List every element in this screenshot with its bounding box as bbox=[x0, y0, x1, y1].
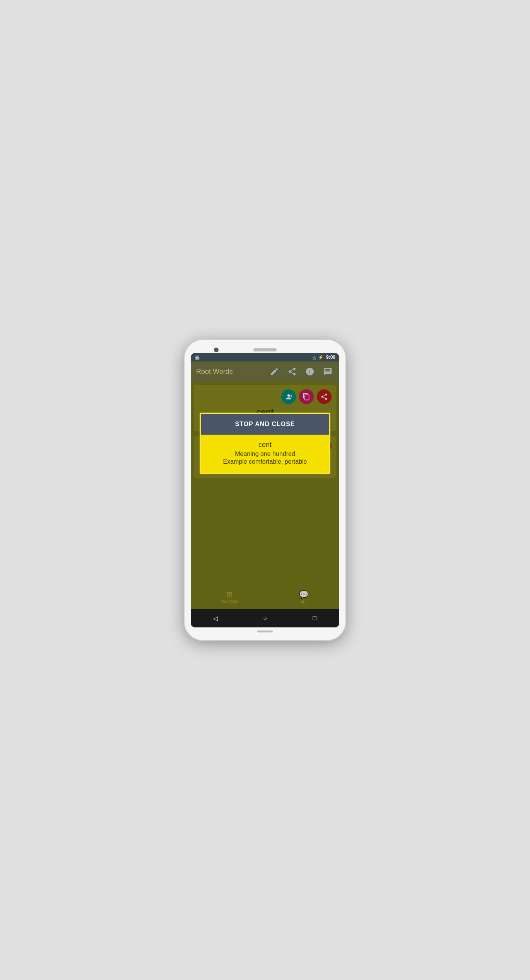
edit-toolbar-button[interactable] bbox=[268, 365, 280, 378]
message-icon bbox=[323, 367, 332, 376]
popup-word: cent bbox=[209, 441, 321, 449]
android-nav-bar: ◁ ○ □ bbox=[191, 609, 339, 627]
popup-content: cent Meaning one hundred Example comfort… bbox=[201, 435, 329, 473]
message-toolbar-button[interactable] bbox=[321, 365, 334, 378]
app-title: Root Words bbox=[196, 368, 263, 376]
phone-screen: 🤖 △ ⚡ 9:00 Root Words bbox=[191, 353, 339, 627]
popup-box: STOP AND CLOSE cent Meaning one hundred … bbox=[200, 413, 330, 474]
battery-icon: ⚡ bbox=[318, 355, 324, 360]
info-icon bbox=[305, 367, 315, 376]
android-icon: 🤖 bbox=[195, 355, 200, 360]
popup-example: Example comfortable, portable bbox=[209, 458, 321, 465]
app-content: cent Meaning STOP AND CLOSE cent Meaning… bbox=[191, 382, 339, 609]
popup-overlay: STOP AND CLOSE cent Meaning one hundred … bbox=[191, 382, 339, 609]
phone-top-bar bbox=[191, 346, 339, 353]
phone-device: 🤖 △ ⚡ 9:00 Root Words bbox=[184, 339, 346, 641]
edit-icon bbox=[270, 367, 279, 376]
recent-apps-button[interactable]: □ bbox=[309, 613, 320, 624]
status-bar: 🤖 △ ⚡ 9:00 bbox=[191, 353, 339, 362]
back-button[interactable]: ◁ bbox=[210, 613, 221, 624]
back-icon: ◁ bbox=[213, 615, 218, 622]
status-time: 9:00 bbox=[326, 355, 335, 360]
phone-home-indicator bbox=[257, 630, 273, 632]
stop-and-close-button[interactable]: STOP AND CLOSE bbox=[201, 414, 329, 435]
app-toolbar: Root Words bbox=[191, 362, 339, 382]
recent-icon: □ bbox=[313, 615, 316, 622]
phone-speaker bbox=[253, 348, 277, 351]
home-icon: ○ bbox=[263, 615, 267, 622]
home-button[interactable]: ○ bbox=[260, 613, 270, 624]
info-toolbar-button[interactable] bbox=[304, 365, 316, 378]
share-icon bbox=[287, 367, 297, 376]
phone-camera bbox=[214, 348, 219, 352]
share-toolbar-button[interactable] bbox=[286, 365, 298, 378]
popup-meaning: Meaning one hundred bbox=[209, 451, 321, 457]
signal-icon: △ bbox=[313, 355, 316, 360]
phone-bottom-bar bbox=[191, 627, 339, 634]
